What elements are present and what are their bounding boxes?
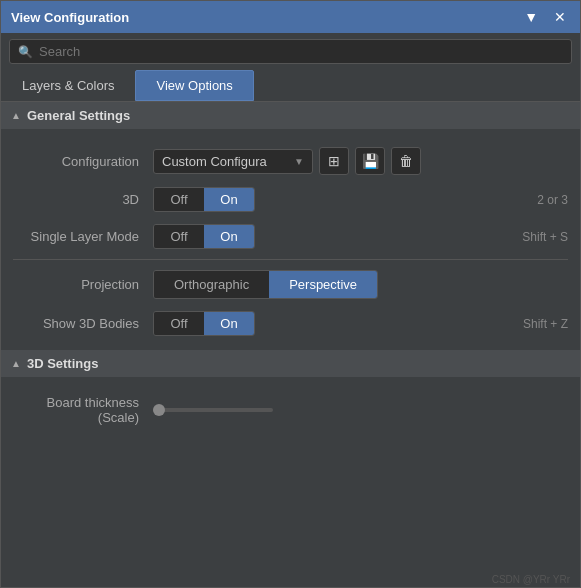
configuration-row: Configuration Custom Configura ▼ ⊞ 💾	[1, 141, 580, 181]
single-layer-on-button[interactable]: On	[204, 225, 254, 248]
show-3d-bodies-off-button[interactable]: Off	[154, 312, 204, 335]
trash-icon: 🗑	[399, 153, 413, 169]
chevron-down-icon: ▼	[294, 156, 304, 167]
threed-settings-header[interactable]: ▲ 3D Settings	[1, 350, 580, 377]
divider-1	[13, 259, 568, 260]
board-thickness-slider[interactable]	[153, 408, 273, 412]
general-settings-header[interactable]: ▲ General Settings	[1, 102, 580, 129]
single-layer-control: Off On Shift + S	[153, 224, 568, 249]
config-select[interactable]: Custom Configura ▼	[153, 149, 313, 174]
orthographic-button[interactable]: Orthographic	[154, 271, 269, 298]
single-layer-label: Single Layer Mode	[13, 229, 153, 244]
threed-settings-grid: Board thickness (Scale)	[1, 381, 580, 439]
perspective-button[interactable]: Perspective	[269, 271, 377, 298]
projection-toggle-group: Orthographic Perspective	[153, 270, 378, 299]
title-bar-controls: ▼ ✕	[520, 8, 570, 26]
monitor-icon: ⊞	[328, 153, 340, 169]
content-area: ▲ General Settings Configuration Custom …	[1, 102, 580, 572]
tab-view-options[interactable]: View Options	[135, 70, 253, 101]
delete-icon-button[interactable]: 🗑	[391, 147, 421, 175]
window-title: View Configuration	[11, 10, 129, 25]
configuration-label: Configuration	[13, 154, 153, 169]
threed-toggle-group: Off On	[153, 187, 255, 212]
show-3d-bodies-shortcut: Shift + Z	[513, 317, 568, 331]
threed-shortcut: 2 or 3	[527, 193, 568, 207]
board-thickness-control	[153, 408, 568, 412]
search-bar: 🔍	[1, 33, 580, 70]
threed-row: 3D Off On 2 or 3	[1, 181, 580, 218]
threed-control: Off On 2 or 3	[153, 187, 568, 212]
title-bar: View Configuration ▼ ✕	[1, 1, 580, 33]
general-settings-grid: Configuration Custom Configura ▼ ⊞ 💾	[1, 133, 580, 350]
show-3d-bodies-on-button[interactable]: On	[204, 312, 254, 335]
scroll-area[interactable]: ▲ General Settings Configuration Custom …	[1, 102, 580, 572]
monitor-icon-button[interactable]: ⊞	[319, 147, 349, 175]
projection-row: Projection Orthographic Perspective	[1, 264, 580, 305]
threed-label: 3D	[13, 192, 153, 207]
search-input[interactable]	[39, 44, 563, 59]
projection-label: Projection	[13, 277, 153, 292]
board-thickness-label: Board thickness (Scale)	[13, 395, 153, 425]
projection-control: Orthographic Perspective	[153, 270, 568, 299]
search-wrapper: 🔍	[9, 39, 572, 64]
config-select-value: Custom Configura	[162, 154, 290, 169]
save-icon: 💾	[362, 153, 379, 169]
main-window: View Configuration ▼ ✕ 🔍 Layers & Colors…	[0, 0, 581, 588]
save-icon-button[interactable]: 💾	[355, 147, 385, 175]
show-3d-bodies-toggle-group: Off On	[153, 311, 255, 336]
tab-bar: Layers & Colors View Options	[1, 70, 580, 102]
collapse-arrow-threed: ▲	[11, 358, 21, 369]
single-layer-row: Single Layer Mode Off On Shift + S	[1, 218, 580, 255]
slider-wrapper	[153, 408, 273, 412]
minimize-button[interactable]: ▼	[520, 8, 542, 26]
watermark: CSDN @YRr YRr	[1, 572, 580, 587]
search-icon: 🔍	[18, 45, 33, 59]
general-settings-label: General Settings	[27, 108, 130, 123]
single-layer-shortcut: Shift + S	[512, 230, 568, 244]
show-3d-bodies-label: Show 3D Bodies	[13, 316, 153, 331]
close-button[interactable]: ✕	[550, 8, 570, 26]
show-3d-bodies-row: Show 3D Bodies Off On Shift + Z	[1, 305, 580, 342]
configuration-control: Custom Configura ▼ ⊞ 💾 🗑	[153, 147, 568, 175]
threed-on-button[interactable]: On	[204, 188, 254, 211]
board-thickness-row: Board thickness (Scale)	[1, 389, 580, 431]
show-3d-bodies-control: Off On Shift + Z	[153, 311, 568, 336]
single-layer-off-button[interactable]: Off	[154, 225, 204, 248]
collapse-arrow-general: ▲	[11, 110, 21, 121]
single-layer-toggle-group: Off On	[153, 224, 255, 249]
threed-settings-label: 3D Settings	[27, 356, 99, 371]
tab-layers-colors[interactable]: Layers & Colors	[1, 70, 135, 101]
threed-off-button[interactable]: Off	[154, 188, 204, 211]
